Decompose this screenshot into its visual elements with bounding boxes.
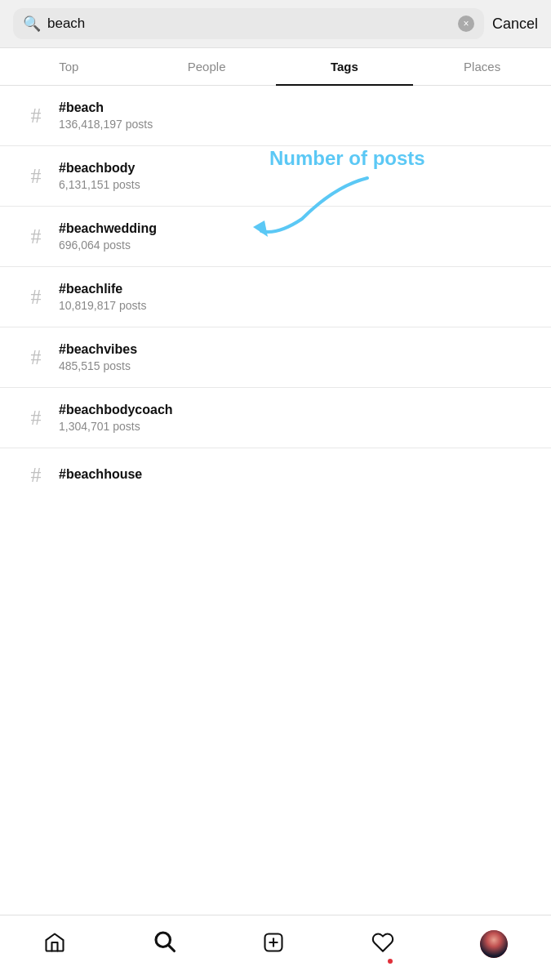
list-item[interactable]: # #beachwedding 696,064 posts	[0, 207, 551, 267]
nav-home[interactable]	[43, 931, 66, 957]
nav-activity[interactable]	[371, 931, 394, 957]
search-input-wrapper: 🔍 ×	[13, 8, 484, 39]
tag-info: #beachbodycoach 1,304,701 posts	[59, 403, 538, 433]
bottom-nav	[0, 915, 551, 980]
tag-info: #beachwedding 696,064 posts	[59, 221, 538, 252]
search-input[interactable]	[47, 16, 451, 32]
hash-icon: #	[13, 285, 59, 310]
heart-icon	[371, 931, 394, 957]
list-item[interactable]: # #beach 136,418,197 posts	[0, 86, 551, 146]
cancel-button[interactable]: Cancel	[492, 16, 538, 33]
home-icon	[43, 931, 66, 957]
tag-list: # #beach 136,418,197 posts # #beachbody …	[0, 86, 551, 502]
nav-search[interactable]	[152, 929, 176, 959]
content-area: Number of posts # #beach 136,418,197 pos…	[0, 86, 551, 568]
hash-icon: #	[13, 164, 59, 189]
list-item[interactable]: # #beachbody 6,131,151 posts	[0, 146, 551, 207]
tag-info: #beachhouse	[59, 467, 538, 484]
tab-tags[interactable]: Tags	[276, 48, 414, 85]
tag-info: #beachvibes 485,515 posts	[59, 342, 538, 372]
search-bar: 🔍 × Cancel	[0, 0, 551, 48]
list-item[interactable]: # #beachbodycoach 1,304,701 posts	[0, 388, 551, 448]
tab-top[interactable]: Top	[0, 48, 138, 85]
clear-button[interactable]: ×	[458, 16, 474, 32]
list-item[interactable]: # #beachhouse	[0, 448, 551, 502]
notification-dot	[388, 959, 393, 964]
tab-bar: Top People Tags Places	[0, 48, 551, 86]
add-icon	[262, 931, 285, 957]
hash-icon: #	[13, 225, 59, 249]
hash-icon: #	[13, 406, 59, 430]
tab-places[interactable]: Places	[413, 48, 551, 85]
tag-info: #beachbody 6,131,151 posts	[59, 161, 538, 191]
search-nav-icon	[152, 929, 176, 959]
hash-icon: #	[13, 463, 59, 488]
search-icon: 🔍	[23, 15, 41, 33]
list-item[interactable]: # #beachlife 10,819,817 posts	[0, 267, 551, 327]
svg-line-2	[169, 946, 175, 951]
list-item[interactable]: # #beachvibes 485,515 posts	[0, 327, 551, 388]
tab-people[interactable]: People	[138, 48, 276, 85]
hash-icon: #	[13, 104, 59, 128]
tag-info: #beach 136,418,197 posts	[59, 100, 538, 131]
nav-add[interactable]	[262, 931, 285, 957]
tag-info: #beachlife 10,819,817 posts	[59, 282, 538, 312]
hash-icon: #	[13, 345, 59, 370]
avatar	[480, 930, 508, 958]
nav-profile[interactable]	[480, 930, 508, 958]
